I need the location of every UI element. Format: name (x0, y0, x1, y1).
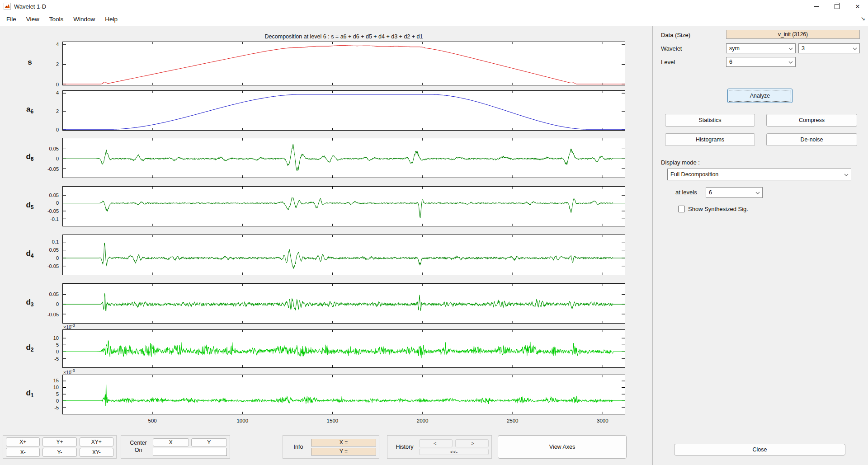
y-tick-label: 4 (56, 90, 59, 95)
center-value-input[interactable] (153, 448, 227, 456)
signal-label-s: s (17, 57, 42, 67)
signal-label-d4: d4 (17, 249, 42, 259)
zoom-xy-minus-button[interactable]: XY- (80, 448, 113, 457)
close-panel-button[interactable]: Close (674, 444, 845, 456)
level-select[interactable]: 6 (726, 57, 796, 67)
x-tick-label: 3000 (593, 418, 613, 423)
info-y-field: Y = (311, 448, 376, 456)
restore-icon (835, 4, 840, 9)
center-y-button[interactable]: Y (191, 438, 227, 446)
y-tick-label: 0 (56, 255, 59, 261)
menu-tools[interactable]: Tools (45, 14, 68, 25)
y-axis-d1: 151050-5 (40, 375, 61, 414)
history-rewind-button[interactable]: <<- (419, 449, 489, 455)
restore-button[interactable] (826, 0, 847, 13)
history-forward-button[interactable]: -> (455, 439, 489, 447)
statistics-button[interactable]: Statistics (665, 114, 755, 127)
y-tick-label: -0.05 (47, 208, 59, 214)
bottom-toolbar: X+ Y+ XY+ X- Y- XY- Center On X Y (3, 435, 627, 459)
signal-label-d5: d5 (17, 200, 42, 210)
y-tick-label: 0.05 (49, 291, 59, 297)
signal-label-a6: a6 (17, 104, 42, 114)
chevron-down-icon (788, 47, 793, 50)
display-mode-select[interactable]: Full Decomposition (667, 169, 851, 180)
plot-axes-s[interactable] (62, 42, 625, 85)
chevron-down-icon (853, 47, 857, 50)
plot-axes-d3[interactable] (62, 283, 625, 324)
plot-axes-d6[interactable] (62, 138, 625, 178)
y-axis-a6: 420 (40, 90, 61, 131)
zoom-xy-plus-button[interactable]: XY+ (80, 437, 113, 446)
level-label: Level (661, 59, 675, 66)
y-tick-label: -0.05 (47, 312, 59, 317)
view-axes-button[interactable]: View Axes (498, 435, 627, 459)
menu-window[interactable]: Window (69, 14, 99, 25)
y-tick-label: 5 (56, 391, 59, 397)
signal-path-s (63, 45, 625, 84)
plot-row-d3: d3 0.050-0.05 (0, 283, 652, 324)
y-tick-label: 0.05 (49, 247, 59, 253)
figure-title: Decomposition at level 6 : s = a6 + d6 +… (62, 33, 625, 40)
signal-label-d3: d3 (17, 297, 42, 307)
plot-row-a6: a6 420 (0, 90, 652, 131)
wavelet-family-select[interactable]: sym (726, 43, 796, 53)
signal-label-d1: d1 (17, 389, 42, 399)
signal-path-d6 (63, 144, 625, 171)
plot-row-d1: ×10-3 d1 151050-5 (0, 375, 652, 414)
plot-axes-d5[interactable] (62, 186, 625, 226)
dock-arrow-icon[interactable]: ↘ (861, 15, 865, 22)
menu-view[interactable]: View (22, 14, 44, 25)
x-tick-label: 500 (142, 418, 162, 423)
y-tick-label: 0 (56, 301, 59, 307)
signal-label-d6: d6 (17, 152, 42, 162)
center-x-button[interactable]: X (153, 438, 189, 446)
menu-help[interactable]: Help (100, 14, 122, 25)
signal-label-d2: d2 (17, 343, 42, 352)
zoom-y-minus-button[interactable]: Y- (42, 448, 76, 457)
signal-path-d3 (63, 293, 625, 311)
y-tick-label: 2 (56, 61, 59, 67)
plot-axes-d1[interactable] (62, 375, 625, 414)
signal-path-d5 (63, 197, 625, 218)
y-tick-label: 10 (53, 385, 59, 390)
zoom-x-plus-button[interactable]: X+ (6, 437, 40, 446)
exponent-label: ×10-3 (63, 323, 75, 330)
plot-row-d6: d6 0.050-0.05 (0, 138, 652, 178)
zoom-x-minus-button[interactable]: X- (6, 448, 40, 457)
close-button[interactable]: ✕ (847, 0, 868, 13)
display-mode-label: Display mode : (661, 159, 700, 166)
chevron-down-icon (788, 61, 793, 64)
wavelet-label: Wavelet (661, 45, 682, 52)
show-synthesized-checkbox[interactable] (678, 206, 685, 212)
title-bar: Wavelet 1-D ✕ (0, 0, 868, 13)
analyze-button[interactable]: Analyze (727, 89, 793, 103)
compress-button[interactable]: Compress (766, 114, 857, 127)
histograms-button[interactable]: Histograms (665, 133, 755, 146)
wavelet-number-select[interactable]: 3 (798, 43, 860, 53)
y-tick-label: 4 (56, 42, 59, 47)
exponent-label: ×10-3 (63, 368, 75, 375)
at-levels-select[interactable]: 6 (706, 187, 763, 198)
chevron-down-icon (755, 192, 760, 194)
signal-path-a6 (63, 94, 625, 129)
history-label: History (390, 444, 419, 450)
history-group: History <- -> <<- (387, 435, 492, 459)
plot-axes-a6[interactable] (62, 90, 625, 131)
zoom-y-plus-button[interactable]: Y+ (42, 437, 76, 446)
plot-axes-d4[interactable] (62, 235, 625, 275)
info-x-field: X = (311, 439, 376, 446)
x-tick-label: 2000 (413, 418, 433, 423)
y-tick-label: 0 (56, 200, 59, 206)
y-axis-d5: 0.050-0.05-0.1 (40, 186, 61, 226)
minimize-button[interactable] (806, 0, 826, 13)
axis-tick-marks (63, 187, 625, 226)
axis-tick-marks (63, 91, 625, 130)
info-label: Info (286, 444, 311, 450)
y-tick-label: 0.1 (52, 239, 59, 244)
history-back-button[interactable]: <- (419, 439, 453, 447)
plot-axes-d2[interactable] (62, 329, 625, 368)
y-tick-label: 0 (56, 349, 59, 354)
denoise-button[interactable]: De-noise (766, 133, 857, 146)
y-tick-label: 0.05 (49, 146, 59, 151)
menu-file[interactable]: File (2, 14, 21, 25)
